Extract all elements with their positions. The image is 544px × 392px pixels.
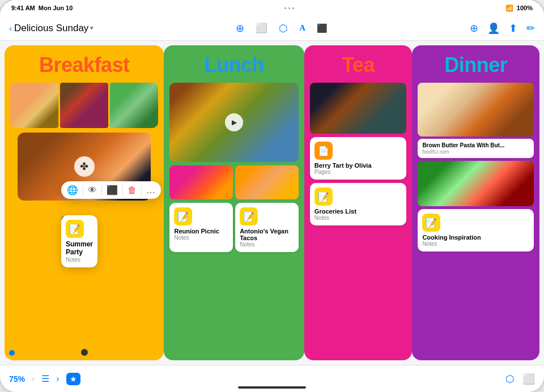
- dinner-pasta-photo: [418, 83, 534, 137]
- lunch-notes-row: 📝 Reunion Picnic Notes 📝 Antonio's Vegan…: [169, 203, 298, 255]
- summer-party-card-icon: 📝: [66, 220, 84, 238]
- toolbar-right: ⊕ 👤 ⬆ ✏: [470, 22, 535, 35]
- vegan-tacos-sub: Notes: [240, 241, 294, 248]
- edit-icon[interactable]: ✏: [526, 22, 535, 35]
- lunch-column: Lunch ▶ 📝 Reunion Picnic Notes 📝: [164, 45, 304, 360]
- summer-party-floating-area: 📝 Summer Party Notes: [61, 215, 67, 222]
- breakfast-photo-berries: [60, 83, 108, 128]
- groceries-card[interactable]: 📝 Groceries List Notes: [310, 183, 407, 225]
- dinner-column: Dinner Brown Butter Pasta With But... fo…: [412, 45, 539, 360]
- share-diagram-icon[interactable]: ⬡: [505, 373, 515, 385]
- tea-column: Tea 📄 Berry Tart by Olivia Pages 📝 Groce…: [304, 45, 413, 360]
- context-menu[interactable]: 🌐 👁 ⬛ 🗑 …: [61, 181, 161, 199]
- bottom-selection-dot: [9, 350, 15, 356]
- reunion-picnic-sub: Notes: [174, 235, 228, 241]
- vegan-tacos-icon: 📝: [240, 207, 258, 225]
- breakfast-column: Breakfast 🌐 👁: [5, 45, 164, 360]
- smoothie-photo: [169, 165, 233, 199]
- toolbar-left: ‹ Breakfast Delicious Sunday ▾: [9, 23, 94, 34]
- cooking-inspiration-card[interactable]: 📝 Cooking Inspiration Notes: [418, 209, 534, 252]
- move-icon: ✤: [74, 156, 95, 177]
- groceries-icon: 📝: [314, 188, 333, 206]
- status-bar: 9:41 AM Mon Jun 10 📶 100%: [0, 0, 544, 16]
- bottom-left-controls: 75% ‹ ☰ › ★: [9, 373, 80, 385]
- ipad-frame: 9:41 AM Mon Jun 10 📶 100% ‹ Breakfast De…: [0, 0, 544, 392]
- status-bar-center: [284, 7, 294, 9]
- groceries-title: Groceries List: [314, 208, 402, 215]
- back-button[interactable]: ‹: [9, 23, 12, 33]
- status-bar-left: 9:41 AM Mon Jun 10: [11, 5, 73, 11]
- bottom-right-controls: ⬡ ⬜: [505, 373, 535, 385]
- ctx-divider2: [101, 185, 102, 195]
- ctx-delete-icon[interactable]: 🗑: [128, 185, 137, 195]
- cooking-inspiration-icon: 📝: [422, 214, 440, 232]
- breakfast-photo-grid: [10, 83, 158, 128]
- breakfast-photo-grapes: [110, 83, 158, 128]
- lunch-title: Lunch: [169, 53, 298, 77]
- vegan-tacos-title: Antonio's Vegan Tacos: [240, 228, 294, 241]
- dinner-title: Dinner: [418, 53, 534, 77]
- battery-label: 100%: [517, 5, 533, 11]
- wifi-icon: 📶: [505, 5, 513, 12]
- back-nav-button[interactable]: ‹: [32, 374, 35, 384]
- objects-tool-icon[interactable]: ⬡: [279, 22, 288, 35]
- share-icon[interactable]: ⬆: [509, 22, 517, 35]
- home-indicator: [238, 386, 306, 389]
- status-bar-right: 📶 100%: [505, 5, 533, 12]
- forward-nav-button[interactable]: ›: [56, 374, 59, 384]
- tea-berry-photo: [310, 83, 407, 134]
- ctx-divider1: [83, 185, 83, 195]
- berries-image: [60, 83, 108, 128]
- canvas-area: Breakfast 🌐 👁: [0, 41, 544, 365]
- vegan-tacos-card[interactable]: 📝 Antonio's Vegan Tacos Notes: [235, 203, 299, 252]
- berry-tart-card[interactable]: 📄 Berry Tart by Olivia Pages: [310, 137, 407, 180]
- cooking-inspiration-sub: Notes: [422, 241, 529, 247]
- ctx-more-icon[interactable]: …: [146, 185, 155, 195]
- collaborate-icon[interactable]: 👤: [487, 22, 500, 35]
- chevron-down-icon: ▾: [90, 24, 94, 32]
- page-title-text: Delicious Sunday: [14, 23, 88, 34]
- list-view-button[interactable]: ☰: [41, 373, 49, 384]
- title-dropdown-button[interactable]: Breakfast Delicious Sunday ▾: [14, 23, 94, 34]
- board: Breakfast 🌐 👁: [0, 41, 544, 365]
- reunion-picnic-icon: 📝: [174, 207, 192, 225]
- back-chevron: ‹: [9, 23, 12, 33]
- dot1: [284, 7, 286, 9]
- tea-title: Tea: [310, 53, 407, 77]
- groceries-sub: Notes: [314, 215, 402, 221]
- status-day: Mon Jun 10: [39, 5, 73, 11]
- shapes-tool-icon[interactable]: ⬜: [256, 22, 267, 34]
- media-tool-icon[interactable]: ⬛: [317, 23, 328, 33]
- zoom-level[interactable]: 75%: [9, 374, 25, 384]
- dinner-salad-photo: [418, 161, 534, 206]
- play-button[interactable]: ▶: [225, 113, 243, 131]
- reunion-picnic-card[interactable]: 📝 Reunion Picnic Notes: [169, 203, 233, 252]
- berry-tart-title: Berry Tart by Olivia: [314, 162, 402, 169]
- summer-party-card[interactable]: 📝 Summer Party Notes: [61, 215, 97, 267]
- summer-party-card-title: Summer Party: [66, 240, 93, 256]
- orange-photo: [235, 165, 299, 199]
- breakfast-photo-melon: [10, 83, 58, 128]
- cooking-inspiration-title: Cooking Inspiration: [422, 234, 529, 241]
- page-indicator: [81, 349, 88, 356]
- star-button[interactable]: ★: [66, 373, 80, 385]
- melon-image: [10, 83, 58, 128]
- text-tool-icon[interactable]: A: [299, 23, 305, 33]
- page-dot: [81, 349, 88, 356]
- lunch-main-photo: ▶: [169, 83, 298, 162]
- reunion-picnic-title: Reunion Picnic: [174, 228, 228, 235]
- grapes-image: [110, 83, 158, 128]
- summer-party-card-sub: Notes: [66, 257, 93, 263]
- dinner-pasta-link-url: food52.com: [422, 149, 529, 155]
- ctx-eye-icon[interactable]: 👁: [88, 185, 97, 195]
- berry-tart-sub: Pages: [314, 169, 402, 175]
- ctx-globe-icon[interactable]: 🌐: [67, 185, 78, 195]
- ctx-copy-icon[interactable]: ⬛: [107, 185, 118, 195]
- ctx-divider4: [141, 185, 142, 195]
- berry-tart-icon: 📄: [314, 142, 333, 160]
- fullscreen-icon[interactable]: ⬜: [522, 373, 535, 385]
- add-people-icon[interactable]: ⊕: [470, 22, 478, 35]
- dinner-pasta-link-card[interactable]: Brown Butter Pasta With But... food52.co…: [418, 139, 534, 158]
- toolbar: ‹ Breakfast Delicious Sunday ▾ ⊕ ⬜ ⬡ A ⬛…: [0, 16, 544, 41]
- add-tool-icon[interactable]: ⊕: [236, 22, 244, 35]
